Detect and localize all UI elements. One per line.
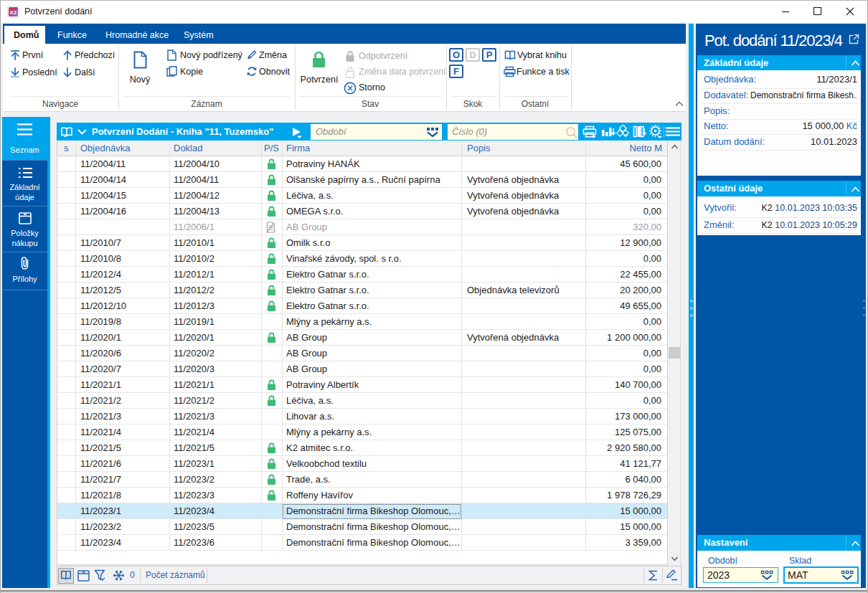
svg-text:K2: K2 xyxy=(10,10,16,15)
